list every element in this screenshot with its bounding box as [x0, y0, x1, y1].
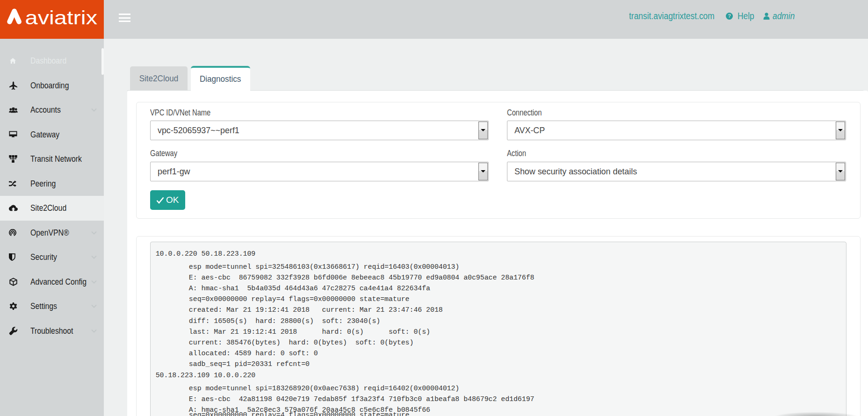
svg-text:aviatrix: aviatrix [25, 7, 98, 28]
svg-text:?: ? [728, 13, 731, 19]
